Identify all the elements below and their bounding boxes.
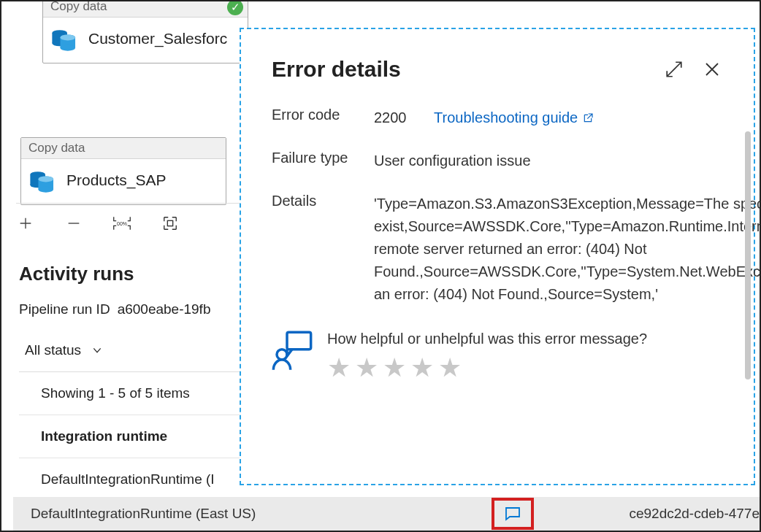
failure-type-label: Failure type (272, 150, 374, 172)
zoom-in-button[interactable] (16, 214, 35, 233)
error-code-label: Error code (272, 107, 374, 129)
star-2[interactable]: ★ (355, 355, 378, 381)
external-link-icon (582, 112, 594, 124)
runtime-row-label: DefaultIntegrationRuntime (East US) (31, 506, 256, 522)
run-guid: ce92dc2d-cdeb-477e (629, 506, 760, 522)
feedback-prompt: How helpful or unhelpful was this error … (327, 331, 647, 347)
details-row: Details 'Type=Amazon.S3.AmazonS3Exceptio… (272, 193, 723, 306)
zoom-reset-button[interactable]: 00% (112, 214, 131, 233)
link-text: Troubleshooting guide (434, 107, 578, 129)
failure-type-value: User configuration issue (374, 150, 723, 172)
svg-point-12 (38, 187, 53, 193)
close-icon (703, 61, 721, 78)
fullscreen-button[interactable] (161, 214, 180, 233)
column-header-integration-runtime[interactable]: Integration runtime (19, 415, 247, 458)
error-highlight-box (492, 498, 534, 530)
activity-runs-title: Activity runs (19, 263, 247, 285)
canvas-toolbar: 00% (16, 203, 242, 233)
expand-button[interactable] (663, 58, 685, 80)
activity-card-customer[interactable]: Copy data ✓ Customer_Salesforc (42, 0, 248, 63)
popup-title: Error details (272, 57, 647, 82)
star-5[interactable]: ★ (438, 355, 462, 381)
star-3[interactable]: ★ (383, 355, 406, 381)
zoom-out-button[interactable] (64, 214, 83, 233)
results-count: Showing 1 - 5 of 5 items (19, 372, 247, 415)
expand-icon (665, 60, 684, 79)
svg-rect-16 (287, 332, 311, 349)
svg-text:00%: 00% (117, 221, 127, 226)
pipeline-run-id-value: a600eabe-19fb (118, 301, 211, 317)
activity-type-label: Copy data (50, 0, 107, 13)
star-1[interactable]: ★ (327, 355, 351, 381)
activity-header: Copy data (21, 138, 226, 159)
details-label: Details (272, 193, 374, 306)
status-filter[interactable]: All status (19, 335, 247, 372)
close-button[interactable] (701, 58, 723, 80)
feedback-person-icon (272, 331, 313, 371)
error-details-popup: Error details Error code 2200 Troublesho… (240, 28, 755, 485)
runtime-row[interactable]: DefaultIntegrationRuntime (I (19, 458, 247, 501)
pipeline-run-id-row: Pipeline run ID a600eabe-19fb (19, 301, 247, 317)
activity-name: Customer_Salesforc (88, 30, 227, 47)
svg-point-6 (60, 34, 75, 40)
activity-card-products[interactable]: Copy data Products_SAP (20, 137, 226, 205)
status-filter-label: All status (25, 342, 81, 358)
runtime-row-selected[interactable]: DefaultIntegrationRuntime (East US) ce92… (13, 497, 760, 531)
activity-type-label: Copy data (28, 141, 85, 155)
database-icon (28, 166, 56, 194)
svg-point-13 (38, 176, 53, 182)
popup-scrollbar[interactable] (745, 131, 751, 379)
error-message-icon[interactable] (504, 505, 521, 523)
star-rating: ★ ★ ★ ★ ★ (327, 355, 647, 381)
troubleshooting-guide-link[interactable]: Troubleshooting guide (434, 107, 594, 129)
error-code-row: Error code 2200 Troubleshooting guide (272, 107, 723, 129)
details-value: 'Type=Amazon.S3.AmazonS3Exception,Messag… (374, 193, 761, 306)
database-icon (50, 25, 78, 53)
success-icon: ✓ (227, 0, 243, 15)
svg-point-17 (277, 350, 287, 360)
feedback-section: How helpful or unhelpful was this error … (272, 331, 723, 381)
activity-runs-panel: Activity runs Pipeline run ID a600eabe-1… (19, 263, 247, 501)
svg-rect-15 (167, 220, 172, 225)
chevron-down-icon (91, 344, 103, 356)
error-code-value: 2200 (374, 109, 407, 126)
pipeline-run-id-label: Pipeline run ID (19, 301, 110, 317)
star-4[interactable]: ★ (410, 355, 434, 381)
activity-header: Copy data ✓ (43, 0, 248, 18)
activity-name: Products_SAP (66, 171, 167, 189)
svg-point-5 (60, 45, 75, 51)
failure-type-row: Failure type User configuration issue (272, 150, 723, 172)
